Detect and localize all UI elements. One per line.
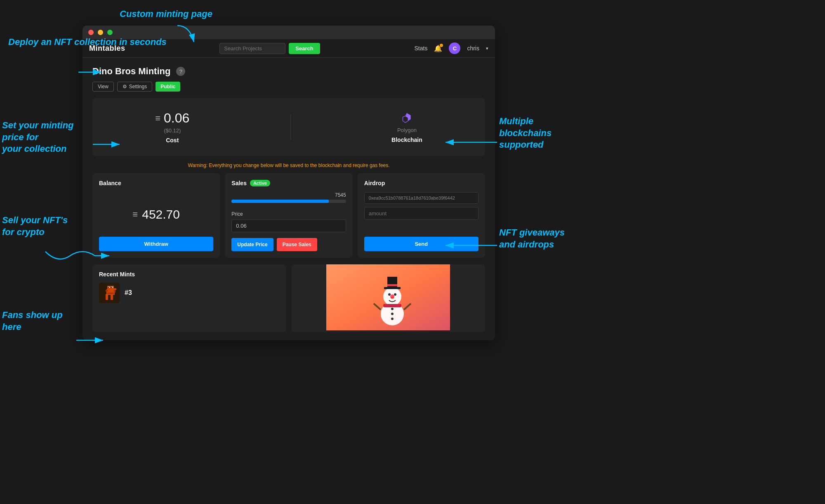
balance-number: 452.70 [142, 207, 180, 221]
svg-point-36 [390, 294, 394, 299]
svg-rect-12 [111, 294, 113, 300]
stat-divider [290, 115, 291, 139]
search-input[interactable] [219, 43, 285, 54]
view-button[interactable]: View [92, 82, 114, 92]
send-button[interactable]: Send [364, 237, 478, 251]
dashboard-grid: Balance ≡ 452.70 Withdraw Sales Active 7… [92, 173, 485, 258]
settings-label: Settings [129, 84, 147, 89]
settings-gear-icon: ⚙ [123, 84, 127, 89]
svg-rect-26 [387, 284, 397, 286]
sales-actions: Update Price Pause Sales [231, 238, 346, 251]
svg-rect-19 [114, 290, 116, 292]
cost-usd: ($0.12) [155, 127, 189, 134]
cost-label: Cost [155, 137, 189, 144]
airdrop-title: Airdrop [364, 180, 478, 186]
update-price-button[interactable]: Update Price [231, 238, 273, 251]
brand-logo: Mintables [89, 44, 125, 53]
withdraw-button[interactable]: Withdraw [99, 237, 213, 251]
svg-point-30 [391, 308, 394, 310]
search-area: Search [219, 43, 320, 54]
user-avatar[interactable]: C [449, 42, 460, 54]
svg-point-32 [391, 318, 394, 320]
user-dropdown-icon[interactable]: ▾ [486, 46, 488, 51]
progress-fill [231, 200, 329, 203]
balance-title: Balance [99, 180, 213, 186]
blockchain-name: Polygon [391, 127, 422, 133]
svg-rect-35 [383, 304, 401, 307]
mint-thumbnail [99, 283, 120, 303]
nav-right: Stats 🔔 C chris ▾ [415, 42, 488, 54]
stats-link[interactable]: Stats [415, 45, 428, 52]
username-label[interactable]: chris [467, 45, 479, 52]
price-input[interactable] [231, 219, 346, 232]
search-button[interactable]: Search [289, 43, 320, 54]
sales-title: Sales Active [231, 180, 346, 186]
balance-card: Balance ≡ 452.70 Withdraw [92, 173, 220, 258]
svg-rect-18 [113, 288, 116, 290]
annotation-giveaways: NFT giveawaysand airdrops [499, 227, 565, 250]
annotation-custom-minting: Custom minting page [120, 8, 212, 20]
help-icon[interactable]: ? [176, 67, 185, 76]
pause-sales-button[interactable]: Pause Sales [277, 238, 317, 251]
price-label: Price [231, 211, 346, 217]
recent-mints-title: Recent Mints [99, 271, 280, 278]
bottom-grid: Recent Mints [92, 264, 485, 332]
close-button[interactable] [88, 30, 94, 35]
svg-rect-20 [107, 292, 114, 294]
warning-bar: Warning: Everything you change below wil… [92, 163, 485, 168]
minimize-button[interactable] [98, 30, 103, 35]
annotation-set-price: Set your mintingprice foryour collection [2, 120, 74, 155]
cost-value: ≡ 0.06 [155, 111, 189, 126]
cost-stat: ≡ 0.06 ($0.12) Cost [155, 111, 189, 144]
balance-lines-icon: ≡ [132, 210, 138, 219]
page-content: Dino Bros Minting ? View ⚙ Settings Publ… [82, 58, 495, 340]
blockchain-stat: Polygon Blockchain [391, 111, 422, 143]
nft-preview-image [291, 264, 485, 330]
airdrop-amount-input[interactable] [364, 207, 478, 220]
svg-point-31 [391, 313, 394, 315]
browser-titlebar [82, 26, 495, 39]
svg-point-27 [388, 293, 391, 296]
notification-bell[interactable]: 🔔 [434, 45, 442, 52]
sales-title-text: Sales [231, 180, 247, 186]
settings-button[interactable]: ⚙ Settings [117, 82, 152, 92]
page-header: Dino Bros Minting ? [92, 66, 485, 77]
active-badge: Active [250, 180, 270, 186]
sales-count: 7545 [231, 192, 346, 198]
sales-card: Sales Active 7545 Price Update Price Pau… [225, 173, 352, 258]
svg-rect-16 [111, 287, 112, 288]
page-title-text: Dino Bros Minting [92, 66, 170, 76]
balance-amount: ≡ 452.70 [99, 192, 213, 237]
svg-point-7 [408, 118, 410, 120]
svg-point-28 [394, 293, 396, 296]
annotation-sell-nft: Sell your NFT'sfor crypto [2, 214, 68, 238]
cost-number: 0.06 [164, 111, 189, 126]
stats-card: ≡ 0.06 ($0.12) Cost Polygon Blockchain [92, 98, 485, 156]
public-button[interactable]: Public [156, 82, 180, 92]
svg-rect-17 [106, 290, 108, 292]
blockchain-label: Blockchain [391, 137, 422, 143]
airdrop-address-input[interactable] [364, 192, 478, 204]
navbar: Mintables Search Stats 🔔 C chris ▾ [82, 39, 495, 58]
svg-rect-11 [106, 294, 108, 300]
annotation-blockchains: Multipleblockchainssupported [499, 115, 552, 151]
polygon-icon [400, 111, 413, 125]
nft-preview-card [291, 264, 485, 332]
annotation-fans: Fans show uphere [2, 309, 63, 333]
mint-item: #3 [99, 283, 280, 303]
maximize-button[interactable] [107, 30, 113, 35]
notification-dot [440, 44, 443, 47]
header-actions: View ⚙ Settings Public [92, 82, 485, 92]
recent-mints-card: Recent Mints [92, 264, 286, 332]
page-title: Dino Bros Minting [92, 66, 170, 77]
browser-window: Mintables Search Stats 🔔 C chris ▾ Dino … [82, 26, 495, 340]
svg-rect-15 [108, 287, 109, 288]
progress-track [231, 200, 346, 203]
mint-number: #3 [125, 289, 132, 297]
airdrop-card: Airdrop Send [358, 173, 485, 258]
sales-progress: 7545 [231, 192, 346, 203]
matic-lines-icon: ≡ [155, 114, 160, 123]
